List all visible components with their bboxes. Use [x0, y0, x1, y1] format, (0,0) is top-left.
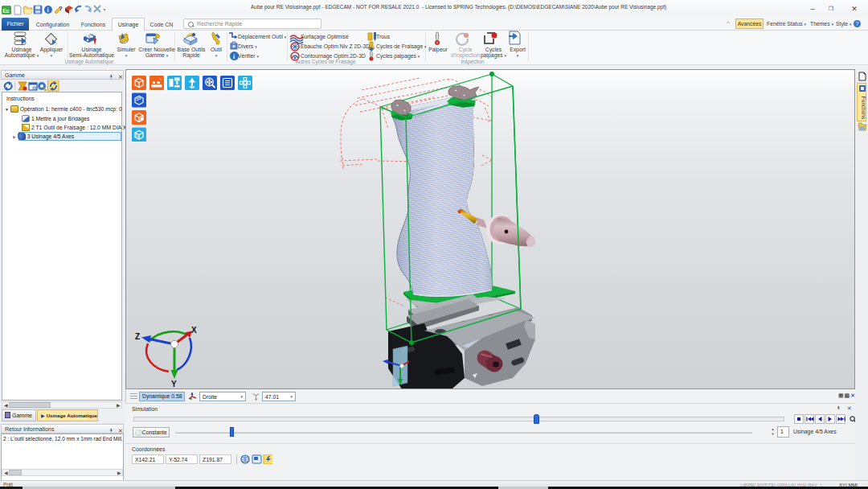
svg-text:i: i — [47, 6, 49, 14]
svg-text:?: ? — [59, 5, 63, 12]
svg-text:Ec: Ec — [2, 8, 10, 14]
svg-text:X: X — [191, 326, 197, 335]
svg-text:Y: Y — [171, 380, 177, 388]
svg-text:Z: Z — [135, 332, 140, 341]
